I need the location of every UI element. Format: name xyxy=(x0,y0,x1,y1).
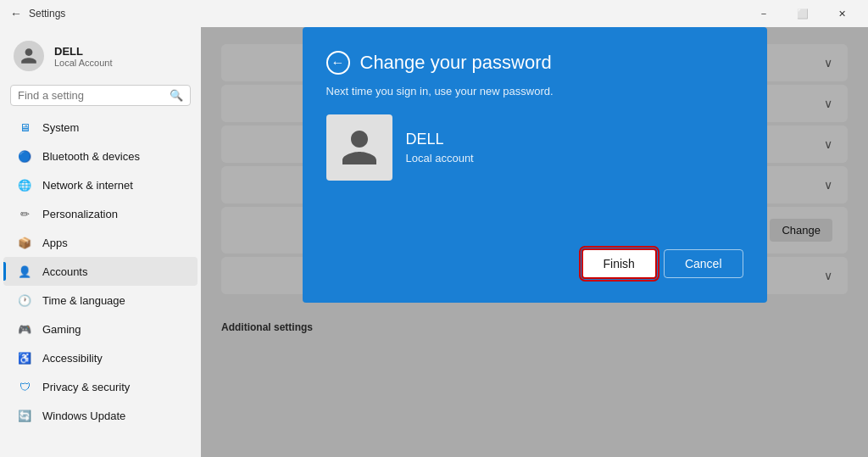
sidebar-item-label: Accounts xyxy=(42,265,87,278)
app-body: DELL Local Account 🔍 🖥 System 🔵 Bluetoot… xyxy=(0,27,868,457)
minimize-button[interactable]: − xyxy=(744,0,783,27)
sidebar-item-bluetooth[interactable]: 🔵 Bluetooth & devices xyxy=(3,142,198,170)
change-password-modal: ← Change your password Next time you sig… xyxy=(303,27,767,303)
sidebar-item-label: Accessibility xyxy=(42,352,103,365)
sidebar-item-gaming[interactable]: 🎮 Gaming xyxy=(3,315,198,343)
modal-user-info: DELL Local account xyxy=(406,131,474,164)
modal-header: ← Change your password xyxy=(303,27,767,85)
time-icon: 🕐 xyxy=(17,293,32,308)
sidebar-item-label: Gaming xyxy=(42,323,81,336)
cancel-button[interactable]: Cancel xyxy=(664,249,743,278)
sidebar-item-label: System xyxy=(42,121,79,134)
accessibility-icon: ♿ xyxy=(17,350,32,365)
sidebar-item-label: Apps xyxy=(42,237,68,249)
modal-user-type: Local account xyxy=(406,152,474,164)
apps-icon: 📦 xyxy=(17,235,32,250)
search-icon: 🔍 xyxy=(170,89,183,102)
modal-subtitle: Next time you sign in, use your new pass… xyxy=(303,85,767,114)
modal-avatar xyxy=(326,114,392,181)
app-title: Settings xyxy=(29,8,65,20)
modal-user-name: DELL xyxy=(406,131,474,148)
sidebar-item-system[interactable]: 🖥 System xyxy=(3,113,198,142)
sidebar-item-label: Network & internet xyxy=(42,179,133,192)
search-box[interactable]: 🔍 xyxy=(10,85,191,106)
brush-icon: ✏ xyxy=(17,206,32,221)
shield-icon: 🛡 xyxy=(17,379,32,394)
user-name: DELL xyxy=(54,45,113,58)
sidebar-item-label: Privacy & security xyxy=(42,381,130,393)
close-button[interactable]: ✕ xyxy=(822,0,861,27)
sidebar-item-accounts[interactable]: 👤 Accounts xyxy=(3,257,198,286)
bluetooth-icon: 🔵 xyxy=(17,148,32,164)
modal-footer: Finish Cancel xyxy=(303,198,767,303)
user-sub: Local Account xyxy=(54,58,113,68)
sidebar: DELL Local Account 🔍 🖥 System 🔵 Bluetoot… xyxy=(0,27,201,457)
finish-button[interactable]: Finish xyxy=(581,248,657,279)
modal-user-card: DELL Local account xyxy=(303,114,767,198)
network-icon: 🌐 xyxy=(17,177,32,192)
sidebar-item-time[interactable]: 🕐 Time & language xyxy=(3,286,198,315)
maximize-button[interactable]: ⬜ xyxy=(783,0,822,27)
monitor-icon: 🖥 xyxy=(17,120,32,135)
back-arrow-icon: ← xyxy=(331,55,345,70)
sidebar-item-label: Time & language xyxy=(42,294,125,307)
sidebar-item-privacy[interactable]: 🛡 Privacy & security xyxy=(3,372,198,401)
titlebar: ← Settings − ⬜ ✕ xyxy=(0,0,868,27)
modal-overlay: ← Change your password Next time you sig… xyxy=(201,27,868,457)
titlebar-controls: − ⬜ ✕ xyxy=(744,0,861,27)
modal-title: Change your password xyxy=(360,52,552,74)
sidebar-item-label: Personalization xyxy=(42,208,118,220)
sidebar-item-apps[interactable]: 📦 Apps xyxy=(3,228,198,257)
sidebar-item-update[interactable]: 🔄 Windows Update xyxy=(3,401,198,430)
sidebar-item-accessibility[interactable]: ♿ Accessibility xyxy=(3,343,198,372)
titlebar-left: ← Settings xyxy=(10,7,65,20)
person-icon: 👤 xyxy=(17,264,32,279)
sidebar-user: DELL Local Account xyxy=(0,27,201,81)
sidebar-item-network[interactable]: 🌐 Network & internet xyxy=(3,170,198,199)
modal-back-button[interactable]: ← xyxy=(326,51,350,75)
sidebar-item-label: Windows Update xyxy=(42,410,125,422)
search-input[interactable] xyxy=(18,89,164,102)
sidebar-item-personalization[interactable]: ✏ Personalization xyxy=(3,199,198,228)
avatar xyxy=(14,41,44,71)
update-icon: 🔄 xyxy=(17,408,32,423)
back-icon: ← xyxy=(10,7,22,20)
gaming-icon: 🎮 xyxy=(17,321,32,337)
sidebar-item-label: Bluetooth & devices xyxy=(42,150,140,163)
user-info: DELL Local Account xyxy=(54,45,113,68)
main-content: ∨ ∨ ∨ ∨ Change ∨ Additional xyxy=(201,27,868,457)
